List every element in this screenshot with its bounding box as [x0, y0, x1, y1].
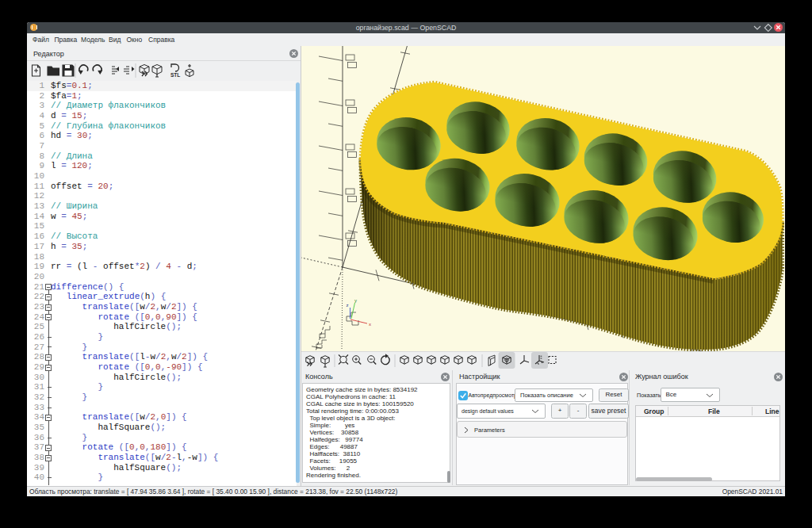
- svg-text:x: x: [369, 322, 371, 327]
- svg-text:y: y: [354, 298, 357, 303]
- svg-text:z: z: [347, 303, 349, 308]
